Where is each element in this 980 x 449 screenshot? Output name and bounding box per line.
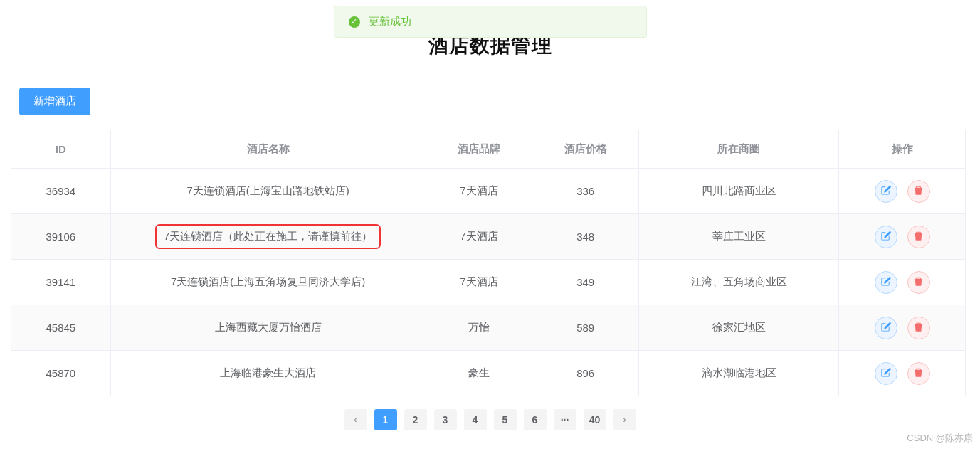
table-row: 45870 上海临港豪生大酒店 豪生 896 滴水湖临港地区 <box>11 351 966 396</box>
cell-area: 江湾、五角场商业区 <box>638 260 838 305</box>
cell-area: 莘庄工业区 <box>638 214 838 260</box>
cell-id: 39106 <box>11 214 111 260</box>
cell-id: 45845 <box>11 305 111 351</box>
cell-brand: 7天酒店 <box>426 260 532 305</box>
edit-button[interactable] <box>875 317 897 339</box>
table-row: 39106 7天连锁酒店（此处正在施工，请谨慎前往） 7天酒店 348 莘庄工业… <box>11 214 966 260</box>
table-row: 39141 7天连锁酒店(上海五角场复旦同济大学店) 7天酒店 349 江湾、五… <box>11 260 966 305</box>
cell-brand: 豪生 <box>426 351 532 396</box>
trash-icon <box>913 185 924 198</box>
trash-icon <box>913 276 924 289</box>
delete-button[interactable] <box>907 317 930 339</box>
page-number-button[interactable]: 4 <box>464 409 487 430</box>
col-price: 酒店价格 <box>532 130 639 169</box>
page-number-button[interactable]: 2 <box>404 409 427 430</box>
col-id: ID <box>11 130 111 169</box>
page-last-button[interactable]: 40 <box>584 409 606 430</box>
cell-area: 滴水湖临港地区 <box>638 351 838 396</box>
hotel-table: ID 酒店名称 酒店品牌 酒店价格 所在商圈 操作 36934 7天连锁酒店(上… <box>11 130 966 396</box>
cell-name: 7天连锁酒店(上海五角场复旦同济大学店) <box>110 260 426 305</box>
cell-area: 四川北路商业区 <box>638 169 838 214</box>
cell-name: 上海临港豪生大酒店 <box>110 351 426 396</box>
chevron-right-icon: › <box>623 415 626 425</box>
delete-button[interactable] <box>907 226 930 248</box>
delete-button[interactable] <box>907 362 930 385</box>
watermark: CSDN @陈亦康 <box>907 432 973 445</box>
page-number-button[interactable]: 5 <box>494 409 517 430</box>
page-ellipsis[interactable]: ··· <box>554 409 576 430</box>
check-circle-icon: ✓ <box>349 16 360 28</box>
cell-brand: 7天酒店 <box>426 169 532 214</box>
cell-area: 徐家汇地区 <box>638 305 838 351</box>
cell-name: 上海西藏大厦万怡酒店 <box>110 305 426 351</box>
page-number-button[interactable]: 3 <box>434 409 457 430</box>
cell-name: 7天连锁酒店(上海宝山路地铁站店) <box>110 169 426 214</box>
cell-op <box>839 214 966 260</box>
delete-button[interactable] <box>907 180 930 203</box>
toast-message: 更新成功 <box>369 15 411 28</box>
table-header-row: ID 酒店名称 酒店品牌 酒店价格 所在商圈 操作 <box>11 130 966 169</box>
col-name: 酒店名称 <box>110 130 426 169</box>
add-hotel-button[interactable]: 新增酒店 <box>19 88 90 115</box>
cell-brand: 7天酒店 <box>426 214 532 260</box>
cell-op <box>839 169 966 214</box>
delete-button[interactable] <box>907 271 930 294</box>
highlighted-name: 7天连锁酒店（此处正在施工，请谨慎前往） <box>155 224 381 249</box>
page-number-button[interactable]: 6 <box>524 409 547 430</box>
page-prev-button[interactable]: ‹ <box>344 409 367 430</box>
success-toast: ✓ 更新成功 <box>334 6 647 38</box>
cell-id: 45870 <box>11 351 111 396</box>
cell-id: 36934 <box>11 169 111 214</box>
page-number-button[interactable]: 1 <box>374 409 397 430</box>
cell-op <box>839 351 966 396</box>
chevron-left-icon: ‹ <box>354 415 357 425</box>
cell-price: 348 <box>532 214 639 260</box>
col-op: 操作 <box>839 130 966 169</box>
edit-icon <box>880 367 891 380</box>
page-next-button[interactable]: › <box>613 409 636 430</box>
edit-button[interactable] <box>875 362 897 385</box>
cell-brand: 万怡 <box>426 305 532 351</box>
cell-op <box>839 305 966 351</box>
cell-price: 589 <box>532 305 639 351</box>
edit-button[interactable] <box>875 180 897 203</box>
cell-name: 7天连锁酒店（此处正在施工，请谨慎前往） <box>110 214 426 260</box>
table-row: 36934 7天连锁酒店(上海宝山路地铁站店) 7天酒店 336 四川北路商业区 <box>11 169 966 214</box>
trash-icon <box>913 322 924 334</box>
edit-icon <box>880 322 891 334</box>
cell-price: 336 <box>532 169 639 214</box>
col-brand: 酒店品牌 <box>426 130 532 169</box>
trash-icon <box>913 367 924 380</box>
col-area: 所在商圈 <box>638 130 838 169</box>
edit-icon <box>880 276 891 289</box>
pagination: ‹ 123456 ··· 40 › <box>11 409 969 430</box>
edit-button[interactable] <box>875 226 897 248</box>
cell-op <box>839 260 966 305</box>
cell-price: 896 <box>532 351 639 396</box>
edit-icon <box>880 185 891 198</box>
cell-id: 39141 <box>11 260 111 305</box>
table-row: 45845 上海西藏大厦万怡酒店 万怡 589 徐家汇地区 <box>11 305 966 351</box>
edit-button[interactable] <box>875 271 897 294</box>
trash-icon <box>913 231 924 243</box>
edit-icon <box>880 231 891 243</box>
cell-price: 349 <box>532 260 639 305</box>
